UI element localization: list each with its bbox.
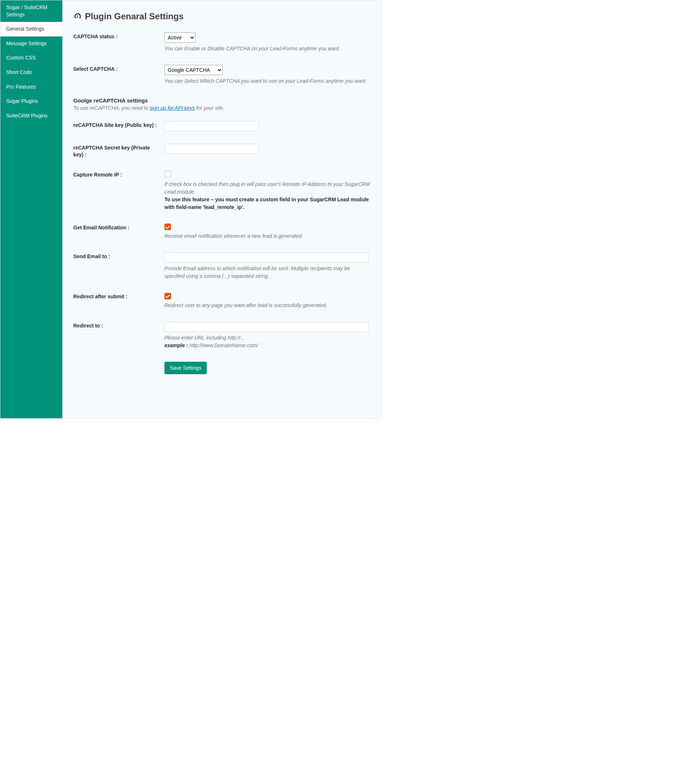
label-secret-key: reCAPTCHA Secret key (Private key) : (73, 144, 161, 158)
checkbox-email-notify[interactable] (165, 224, 171, 230)
sidebar-item-general-settings[interactable]: General Settings (0, 22, 62, 37)
input-redirect-to[interactable] (165, 322, 369, 332)
help-capture-ip-strong: To use this feature – you must create a … (165, 197, 369, 210)
input-site-key[interactable] (165, 121, 259, 131)
page-title: Plugin Genaral Settings (73, 11, 371, 21)
label-email-notify: Get Email Notification : (73, 224, 161, 231)
recaptcha-subtext: To use reCAPTCHA, you need to sign up fo… (73, 105, 371, 111)
row-redirect-to: Redirect to : Please enter URL including… (73, 322, 371, 349)
help-redirect-after: Redirect user to any page you want after… (165, 302, 371, 309)
sidebar-item-short-code[interactable]: Short Code (0, 65, 62, 80)
help-capture-ip-text: If check box is checked then plug-in wil… (165, 181, 370, 195)
help-select-captcha: You can Select Which CAPTCHA you want to… (165, 77, 371, 85)
row-select-captcha: Select CAPTCHA : Google CAPTCHA You can … (73, 65, 371, 85)
sidebar-item-sugar-plugins[interactable]: Sugar Plugins (0, 94, 62, 109)
app-container: Sugar / SuiteCRM Settings General Settin… (0, 0, 382, 419)
redirect-example-value: http://www.DomainName.com/ (188, 342, 258, 348)
label-captcha-status: CAPTCHA status : (73, 33, 161, 40)
checkbox-capture-ip[interactable] (165, 171, 171, 177)
label-capture-ip: Capture Remote IP : (73, 171, 161, 178)
sidebar-item-custom-css[interactable]: Custom CSS (0, 51, 62, 65)
dashboard-icon (73, 12, 82, 21)
sidebar: Sugar / SuiteCRM Settings General Settin… (0, 0, 62, 418)
help-redirect-to: Please enter URL including http://... ex… (165, 334, 371, 349)
recaptcha-sub-suffix: for your site. (195, 105, 225, 111)
recaptcha-heading: Goolge reCAPTCHA settings (73, 98, 371, 104)
row-redirect-after: Redirect after submit : Redirect user to… (73, 293, 371, 309)
input-secret-key[interactable] (165, 144, 259, 154)
help-email-notify: Receive email notification whenever a ne… (165, 232, 371, 240)
page-title-text: Plugin Genaral Settings (85, 11, 184, 21)
row-capture-ip: Capture Remote IP : If check box is chec… (73, 171, 371, 211)
help-capture-ip: If check box is checked then plug-in wil… (165, 181, 371, 211)
sidebar-item-pro-features[interactable]: Pro Features (0, 80, 62, 94)
recaptcha-sub-prefix: To use reCAPTCHA, you need to (73, 105, 150, 111)
sidebar-item-sugar-suitecrm-settings[interactable]: Sugar / SuiteCRM Settings (0, 0, 62, 22)
help-send-email-to: Provide Email address to which notificat… (165, 265, 371, 280)
row-save: Save Settings (73, 362, 371, 374)
row-site-key: reCAPTCHA Site key (Public key) : (73, 121, 371, 131)
save-button[interactable]: Save Settings (165, 362, 207, 374)
redirect-example-label: example : (165, 342, 188, 348)
label-redirect-after: Redirect after submit : (73, 293, 161, 300)
label-select-captcha: Select CAPTCHA : (73, 66, 161, 72)
recaptcha-signup-link[interactable]: sign up for API keys (150, 105, 195, 111)
select-captcha-status[interactable]: Active (165, 32, 195, 43)
input-send-email-to[interactable] (165, 252, 369, 262)
row-send-email-to: Send Email to : Provide Email address to… (73, 252, 371, 280)
sidebar-item-message-settings[interactable]: Message Settings (0, 37, 62, 51)
content-area: Plugin Genaral Settings CAPTCHA status :… (62, 0, 381, 418)
checkbox-redirect-after[interactable] (165, 293, 171, 299)
row-secret-key: reCAPTCHA Secret key (Private key) : (73, 144, 371, 158)
label-redirect-to: Redirect to : (73, 322, 161, 329)
help-redirect-to-line1: Please enter URL including http://... (165, 335, 245, 341)
help-captcha-status: You can Enable or Disable CAPTCHA on you… (165, 45, 371, 53)
recaptcha-section: Goolge reCAPTCHA settings To use reCAPTC… (73, 98, 371, 111)
sidebar-item-suitecrm-plugins[interactable]: SuiteCRM Plugins (0, 109, 62, 123)
label-send-email-to: Send Email to : (73, 253, 161, 260)
select-captcha-type[interactable]: Google CAPTCHA (165, 65, 223, 75)
row-captcha-status: CAPTCHA status : Active You can Enable o… (73, 32, 371, 53)
row-email-notify: Get Email Notification : Receive email n… (73, 224, 371, 240)
label-site-key: reCAPTCHA Site key (Public key) : (73, 122, 161, 129)
